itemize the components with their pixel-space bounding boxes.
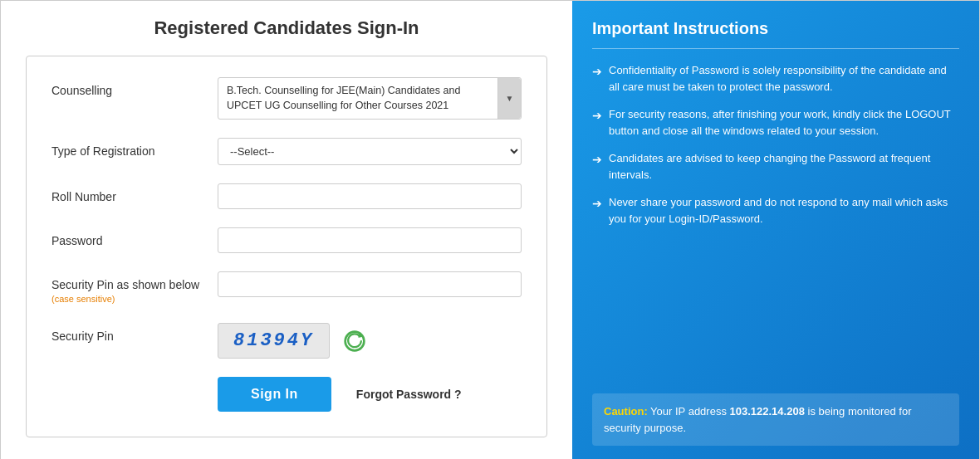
roll-number-input[interactable]: [218, 183, 522, 209]
arrow-icon-2: ➔: [592, 107, 602, 125]
password-control: [218, 227, 522, 253]
instruction-text-3: Candidates are advised to keep changing …: [609, 150, 959, 183]
arrow-icon-1: ➔: [592, 63, 602, 81]
counselling-row: Counselling B.Tech. Counselling for JEE(…: [51, 77, 522, 120]
type-registration-select[interactable]: --Select-- JEE Main UPCET Other: [218, 138, 522, 165]
captcha-image: 81394Y: [218, 323, 330, 359]
ip-address: 103.122.14.208: [730, 405, 805, 417]
security-pin-input-row: Security Pin as shown below (case sensit…: [51, 271, 522, 305]
captcha-row: Security Pin 81394Y: [51, 323, 522, 359]
instruction-item-4: ➔ Never share your password and do not r…: [592, 194, 959, 227]
captcha-area: 81394Y: [218, 323, 370, 359]
case-note: (case sensitive): [51, 294, 115, 304]
type-registration-row: Type of Registration --Select-- JEE Main…: [51, 138, 522, 165]
password-input[interactable]: [218, 227, 522, 253]
security-pin-input-control: [218, 271, 522, 297]
instructions-title: Important Instructions: [592, 19, 959, 38]
captcha-label: Security Pin: [51, 323, 218, 343]
roll-number-label: Roll Number: [51, 183, 218, 203]
counselling-field[interactable]: B.Tech. Counselling for JEE(Main) Candid…: [218, 77, 522, 120]
instruction-item-3: ➔ Candidates are advised to keep changin…: [592, 150, 959, 183]
password-label: Password: [51, 227, 218, 247]
instruction-item-2: ➔ For security reasons, after finishing …: [592, 106, 959, 139]
instruction-text-2: For security reasons, after finishing yo…: [609, 106, 959, 139]
arrow-icon-3: ➔: [592, 151, 602, 168]
divider: [592, 48, 959, 49]
form-box: Counselling B.Tech. Counselling for JEE(…: [26, 56, 547, 437]
refresh-captcha-button[interactable]: [340, 326, 370, 356]
security-pin-input[interactable]: [218, 271, 522, 297]
security-pin-input-label: Security Pin as shown below (case sensit…: [51, 271, 218, 305]
counselling-value: B.Tech. Counselling for JEE(Main) Candid…: [218, 78, 497, 119]
caution-box: Caution: Your IP address 103.122.14.208 …: [592, 393, 959, 446]
instruction-item-1: ➔ Confidentiality of Password is solely …: [592, 62, 959, 95]
refresh-icon: [343, 330, 366, 353]
caution-label: Caution:: [604, 405, 648, 417]
instructions-list: ➔ Confidentiality of Password is solely …: [592, 62, 959, 238]
page-title: Registered Candidates Sign-In: [26, 17, 547, 39]
counselling-dropdown-icon[interactable]: [497, 78, 521, 119]
forgot-password-link[interactable]: Forgot Password ?: [356, 388, 462, 401]
sign-in-button[interactable]: Sign In: [218, 377, 331, 412]
password-row: Password: [51, 227, 522, 253]
counselling-label: Counselling: [51, 77, 218, 97]
roll-number-row: Roll Number: [51, 183, 522, 209]
roll-number-control: [218, 183, 522, 209]
caution-text: Your IP address: [650, 405, 729, 417]
type-registration-label: Type of Registration: [51, 138, 218, 158]
instruction-text-1: Confidentiality of Password is solely re…: [609, 62, 959, 95]
instruction-text-4: Never share your password and do not res…: [609, 194, 959, 227]
right-panel: Important Instructions ➔ Confidentiality…: [572, 1, 979, 459]
left-panel: Registered Candidates Sign-In Counsellin…: [1, 1, 572, 459]
action-row: Sign In Forgot Password ?: [218, 377, 522, 412]
type-registration-control: --Select-- JEE Main UPCET Other: [218, 138, 522, 165]
arrow-icon-4: ➔: [592, 195, 602, 212]
